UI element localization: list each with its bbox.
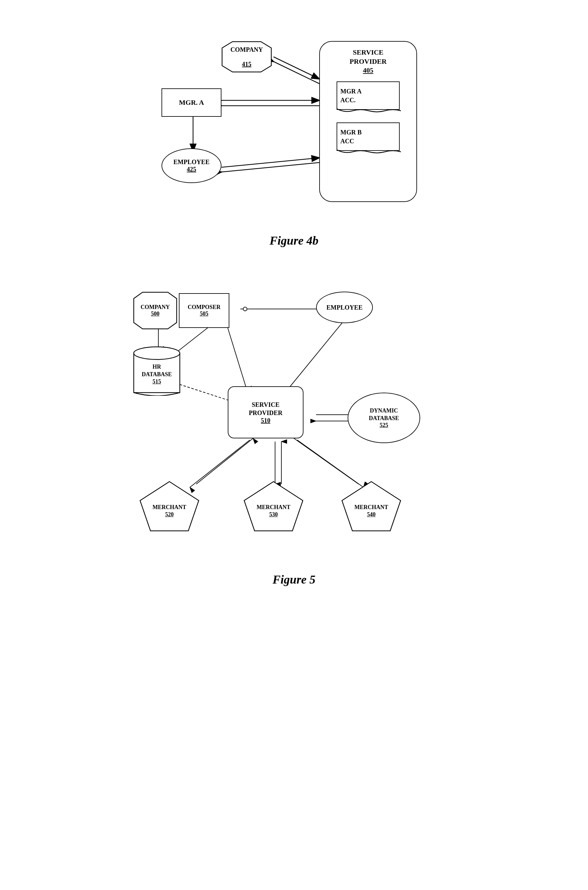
merchant-540-node: MERCHANT 540 — [341, 481, 401, 531]
figure-4b-diagram: COMPANY 415 SERVICEPROVIDER 405 MGR AACC… — [152, 32, 436, 227]
sp-510-number: 510 — [261, 417, 270, 424]
svg-line-22 — [288, 320, 345, 389]
mgr-a-left-label: MGR. A — [179, 98, 204, 107]
merchant-540-label: MERCHANT 540 — [341, 497, 401, 525]
employee-425-label: EMPLOYEE — [174, 158, 210, 166]
fig5-title: Figure 5 — [25, 573, 563, 586]
fig4b-title: Figure 4b — [25, 233, 563, 247]
svg-line-30 — [297, 440, 363, 487]
merchant-530-node: MERCHANT 530 — [243, 481, 303, 531]
company-415-node: COMPANY 415 — [222, 41, 272, 72]
company-500-label: COMPANY 500 — [133, 292, 177, 329]
hr-database-label: HRDATABASE 515 — [133, 356, 180, 392]
dynamic-database-node: DYNAMICDATABASE 525 — [348, 392, 420, 443]
hr-database-node: HRDATABASE 515 — [133, 345, 180, 396]
page: COMPANY 415 SERVICEPROVIDER 405 MGR AACC… — [0, 0, 588, 890]
svg-line-20 — [176, 383, 234, 402]
composer-505-label: COMPOSER — [188, 304, 220, 311]
merchant-520-label: MERCHANT 520 — [140, 497, 200, 525]
dynamic-db-label: DYNAMICDATABASE — [369, 407, 399, 422]
svg-line-10 — [222, 162, 319, 172]
svg-line-4 — [273, 57, 319, 79]
sp-510-label: SERVICEPROVIDER — [249, 400, 283, 417]
svg-line-21 — [228, 328, 247, 389]
svg-line-5 — [273, 62, 319, 84]
service-provider-510-node: SERVICEPROVIDER 510 — [228, 386, 303, 438]
figure-5-diagram: COMPANY 500 COMPOSER 505 EMPLOYEE HR — [120, 279, 468, 563]
mgr-b-acc-node: MGR BACC — [337, 122, 400, 151]
mgr-a-acc-label: MGR AACC. — [340, 87, 396, 104]
svg-line-31 — [294, 438, 358, 484]
composer-505-node: COMPOSER 505 — [179, 293, 230, 328]
company-415-label: COMPANY 415 — [222, 41, 272, 72]
mgr-b-acc-label: MGR BACC — [340, 128, 396, 146]
service-provider-405-node: SERVICEPROVIDER 405 MGR AACC. MGR BACC — [319, 41, 417, 202]
merchant-520-node: MERCHANT 520 — [140, 481, 200, 531]
employee-425-node: EMPLOYEE 425 — [162, 148, 222, 183]
svg-line-9 — [222, 158, 319, 167]
mgr-a-acc-node: MGR AACC. — [337, 81, 400, 110]
sp-405-label: SERVICEPROVIDER 405 — [325, 48, 412, 75]
employee-node: EMPLOYEE — [316, 292, 373, 323]
svg-point-17 — [243, 307, 247, 311]
dynamic-db-number: 525 — [380, 422, 388, 428]
company-500-node: COMPANY 500 — [133, 292, 177, 329]
svg-line-27 — [196, 438, 253, 484]
svg-line-26 — [190, 440, 250, 487]
merchant-530-label: MERCHANT 530 — [243, 497, 303, 525]
employee-425-number: 425 — [187, 166, 196, 173]
employee-label: EMPLOYEE — [327, 304, 363, 311]
mgr-a-left-node: MGR. A — [162, 89, 222, 117]
composer-505-number: 505 — [200, 311, 208, 317]
